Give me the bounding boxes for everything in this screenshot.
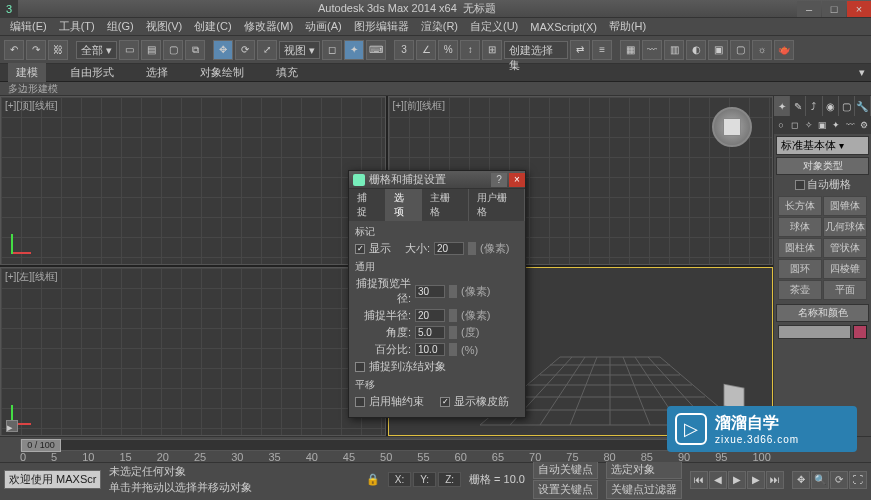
preview-radius-input[interactable]: 30 <box>415 285 445 298</box>
viewcube-icon[interactable] <box>712 107 752 147</box>
window-crossing-icon[interactable]: ⧉ <box>185 40 205 60</box>
space-icon[interactable]: 〰 <box>843 116 857 134</box>
render-setup-icon[interactable]: ▣ <box>708 40 728 60</box>
select-name-icon[interactable]: ▤ <box>141 40 161 60</box>
menu-view[interactable]: 视图(V) <box>140 19 189 34</box>
maxscript-listener[interactable]: 欢迎使用 MAXScr <box>4 470 101 489</box>
close-button[interactable]: × <box>847 1 871 17</box>
redo-icon[interactable]: ↷ <box>26 40 46 60</box>
ribbon-chevron-icon[interactable]: ▾ <box>851 64 871 81</box>
tab-modeling[interactable]: 建模 <box>8 63 46 82</box>
obj-cone-button[interactable]: 圆锥体 <box>823 196 867 216</box>
select-icon[interactable]: ▭ <box>119 40 139 60</box>
obj-cylinder-button[interactable]: 圆柱体 <box>778 238 822 258</box>
spinner[interactable] <box>449 343 457 356</box>
nav-pan-icon[interactable]: ✥ <box>792 471 810 489</box>
play-icon[interactable]: ▶ <box>728 471 746 489</box>
hierarchy-tab-icon[interactable]: ⤴ <box>806 96 822 116</box>
create-tab-icon[interactable]: ✦ <box>774 96 790 116</box>
coord-x[interactable]: X: <box>388 472 411 487</box>
layers-icon[interactable]: ▦ <box>620 40 640 60</box>
tab-selection[interactable]: 选择 <box>138 63 176 82</box>
angle-input[interactable]: 5.0 <box>415 326 445 339</box>
object-name-input[interactable] <box>778 325 851 339</box>
menu-animation[interactable]: 动画(A) <box>299 19 348 34</box>
obj-sphere-button[interactable]: 球体 <box>778 217 822 237</box>
tab-freeform[interactable]: 自由形式 <box>62 63 122 82</box>
key-filter-button[interactable]: 关键点过滤器 <box>606 480 682 499</box>
rotate-icon[interactable]: ⟳ <box>235 40 255 60</box>
menu-grapheditor[interactable]: 图形编辑器 <box>348 19 415 34</box>
utilities-tab-icon[interactable]: 🔧 <box>855 96 871 116</box>
helpers-icon[interactable]: ✦ <box>829 116 843 134</box>
keyboard-icon[interactable]: ⌨ <box>366 40 386 60</box>
viewport-top[interactable]: [+][顶][线框] <box>0 96 386 265</box>
named-selection-combo[interactable]: 创建选择集 <box>504 41 568 59</box>
obj-box-button[interactable]: 长方体 <box>778 196 822 216</box>
obj-torus-button[interactable]: 圆环 <box>778 259 822 279</box>
pivot-icon[interactable]: ◻ <box>322 40 342 60</box>
obj-tube-button[interactable]: 管状体 <box>823 238 867 258</box>
geom-icon[interactable]: ○ <box>774 116 788 134</box>
shapes-icon[interactable]: ◻ <box>788 116 802 134</box>
tab-options[interactable]: 选项 <box>386 189 423 221</box>
scale-icon[interactable]: ⤢ <box>257 40 277 60</box>
size-input[interactable]: 20 <box>434 242 464 255</box>
curve-editor-icon[interactable]: 〰 <box>642 40 662 60</box>
nav-max-icon[interactable]: ⛶ <box>849 471 867 489</box>
selection-filter-combo[interactable]: 全部 ▾ <box>76 41 117 59</box>
cameras-icon[interactable]: ▣ <box>816 116 830 134</box>
move-icon[interactable]: ✥ <box>213 40 233 60</box>
ref-coord-combo[interactable]: 视图 ▾ <box>279 41 320 59</box>
rect-select-icon[interactable]: ▢ <box>163 40 183 60</box>
modify-tab-icon[interactable]: ✎ <box>790 96 806 116</box>
menu-help[interactable]: 帮助(H) <box>603 19 652 34</box>
nav-orbit-icon[interactable]: ⟳ <box>830 471 848 489</box>
category-combo[interactable]: 标准基本体 ▾ <box>776 136 869 155</box>
name-color-header[interactable]: 名称和颜色 <box>776 304 869 322</box>
menu-create[interactable]: 创建(C) <box>188 19 237 34</box>
render-frame-icon[interactable]: ▢ <box>730 40 750 60</box>
tab-populate[interactable]: 填充 <box>268 63 306 82</box>
menu-edit[interactable]: 编辑(E) <box>4 19 53 34</box>
app-icon[interactable]: 3 <box>0 0 18 18</box>
tab-usergrid[interactable]: 用户栅格 <box>469 189 525 221</box>
size-spinner[interactable] <box>468 242 476 255</box>
obj-pyramid-button[interactable]: 四棱锥 <box>823 259 867 279</box>
nav-zoom-icon[interactable]: 🔍 <box>811 471 829 489</box>
menu-customize[interactable]: 自定义(U) <box>464 19 524 34</box>
next-frame-icon[interactable]: ▶ <box>747 471 765 489</box>
goto-end-icon[interactable]: ⏭ <box>766 471 784 489</box>
mirror-icon[interactable]: ⇄ <box>570 40 590 60</box>
viewport-left[interactable]: [+][左][线框] <box>0 267 386 436</box>
spinner[interactable] <box>449 326 457 339</box>
obj-plane-button[interactable]: 平面 <box>823 280 867 300</box>
coord-z[interactable]: Z: <box>438 472 461 487</box>
percent-input[interactable]: 10.0 <box>415 343 445 356</box>
menu-tools[interactable]: 工具(T) <box>53 19 101 34</box>
autogrid-checkbox[interactable] <box>795 180 805 190</box>
viewport-label[interactable]: [+][顶][线框] <box>5 99 58 113</box>
rubber-band-checkbox[interactable] <box>440 397 450 407</box>
tab-homegrid[interactable]: 主栅格 <box>422 189 468 221</box>
minimize-button[interactable]: – <box>797 1 821 17</box>
time-slider[interactable]: 0 / 100 <box>20 439 771 451</box>
lock-icon[interactable]: 🔒 <box>366 473 380 486</box>
teapot-icon[interactable]: 🫖 <box>774 40 794 60</box>
spinner[interactable] <box>449 285 457 298</box>
axis-constraint-checkbox[interactable] <box>355 397 365 407</box>
tab-objpaint[interactable]: 对象绘制 <box>192 63 252 82</box>
lights-icon[interactable]: ✧ <box>802 116 816 134</box>
setkey-button[interactable]: 设置关键点 <box>533 480 598 499</box>
systems-icon[interactable]: ⚙ <box>857 116 871 134</box>
display-checkbox[interactable] <box>355 244 365 254</box>
spinner[interactable] <box>449 309 457 322</box>
menu-render[interactable]: 渲染(R) <box>415 19 464 34</box>
snap-3d-icon[interactable]: 3 <box>394 40 414 60</box>
motion-tab-icon[interactable]: ◉ <box>823 96 839 116</box>
link-icon[interactable]: ⛓ <box>48 40 68 60</box>
snap-toggle-icon[interactable]: ⊞ <box>482 40 502 60</box>
timeline-scroll-icon[interactable]: ▸ <box>6 420 18 432</box>
menu-maxscript[interactable]: MAXScript(X) <box>524 21 603 33</box>
undo-icon[interactable]: ↶ <box>4 40 24 60</box>
